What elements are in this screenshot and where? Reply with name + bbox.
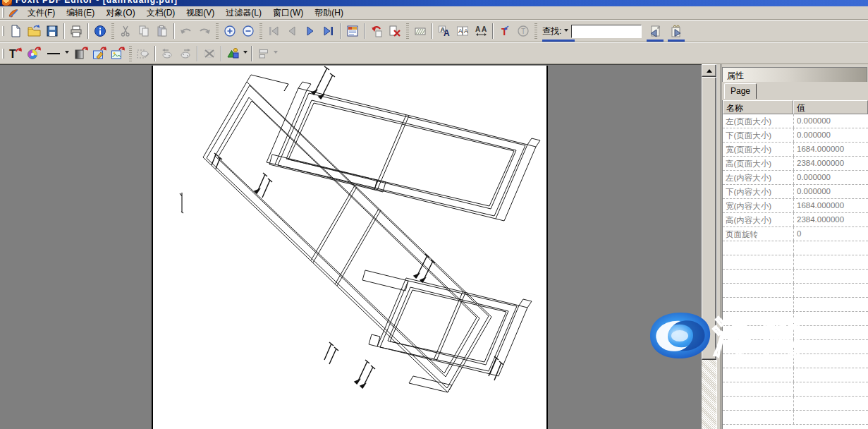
- next-page-button[interactable]: [301, 22, 319, 40]
- toolbar-gripper[interactable]: [534, 23, 537, 39]
- redo-button[interactable]: [195, 22, 214, 40]
- table-row[interactable]: 下(内容大小) 0.000000: [723, 185, 868, 199]
- menu-bar: 文件(F) 编辑(E) 对象(O) 文档(D) 视图(V) 过滤器(L) 窗口(…: [0, 6, 868, 20]
- zoom-out-button[interactable]: [239, 22, 257, 40]
- table-row[interactable]: 高(页面大小) 2384.000000: [723, 157, 868, 171]
- table-row[interactable]: 左(内容大小) 0.000000: [723, 171, 868, 185]
- empty-row: [723, 354, 868, 368]
- add-shading-button[interactable]: [72, 44, 90, 63]
- menu-object[interactable]: 对象(O): [100, 6, 140, 20]
- cut-button[interactable]: [116, 22, 135, 40]
- table-row[interactable]: 宽(页面大小) 1684.000000: [723, 143, 868, 157]
- clone-object-button[interactable]: [134, 44, 152, 63]
- document-canvas[interactable]: [0, 64, 702, 429]
- svg-text:A: A: [458, 28, 463, 35]
- prop-value[interactable]: 0.000000: [793, 171, 868, 184]
- copy-button[interactable]: [135, 22, 153, 40]
- last-page-button[interactable]: [319, 22, 338, 40]
- add-text-button[interactable]: T: [6, 44, 25, 63]
- find-previous-underline: [647, 40, 664, 42]
- delete-object-button[interactable]: [200, 44, 219, 63]
- separator: [154, 46, 156, 61]
- zoom-in-button[interactable]: [221, 22, 239, 40]
- add-shape-dropdown-arrow[interactable]: [243, 51, 247, 56]
- print-button[interactable]: [67, 22, 85, 40]
- first-page-button[interactable]: [264, 22, 283, 40]
- tab-page[interactable]: Page: [724, 83, 757, 99]
- new-document-button[interactable]: [6, 22, 25, 40]
- align-dropdown-arrow[interactable]: [274, 51, 278, 56]
- add-shape-button[interactable]: [224, 44, 243, 63]
- menu-window[interactable]: 窗口(W): [267, 6, 309, 20]
- svg-text:A: A: [464, 28, 468, 35]
- menu-help[interactable]: 帮助(H): [309, 6, 349, 20]
- prop-value[interactable]: 0: [793, 227, 868, 241]
- table-header: 名称 值: [723, 100, 868, 114]
- rotate-object-left-button[interactable]: [158, 44, 176, 63]
- prop-value[interactable]: 0.000000: [793, 114, 868, 128]
- open-file-button[interactable]: [25, 22, 43, 40]
- prop-value[interactable]: 1684.000000: [793, 143, 868, 156]
- find-group: 查找:: [542, 25, 642, 38]
- watermark-logo: [647, 311, 714, 361]
- add-image-button[interactable]: [109, 44, 127, 63]
- hatch-pattern-button[interactable]: [411, 22, 429, 40]
- rotate-object-right-button[interactable]: [176, 44, 195, 63]
- column-header-name[interactable]: 名称: [723, 100, 793, 114]
- prop-name: 下(页面大小): [723, 128, 793, 142]
- table-row[interactable]: 左(页面大小) 0.000000: [723, 114, 868, 128]
- prop-value[interactable]: 2384.000000: [793, 157, 868, 170]
- vertical-scrollbar[interactable]: [702, 64, 716, 429]
- toolbar-gripper[interactable]: [2, 49, 4, 59]
- scrollbar-track[interactable]: [702, 360, 716, 429]
- save-button[interactable]: [43, 22, 61, 40]
- align-objects-button[interactable]: [255, 44, 273, 63]
- pdf-page[interactable]: [152, 66, 548, 429]
- toolbar-gripper[interactable]: [2, 26, 4, 36]
- line-style-dropdown-arrow[interactable]: [65, 51, 69, 56]
- menu-edit[interactable]: 编辑(E): [61, 6, 100, 20]
- menu-gripper[interactable]: [2, 8, 4, 18]
- toolbar-gripper[interactable]: [216, 23, 219, 39]
- prop-value[interactable]: 2384.000000: [793, 213, 868, 226]
- char-spacing-button[interactable]: AA: [472, 22, 490, 40]
- edit-image-button[interactable]: [90, 44, 109, 63]
- line-style-button[interactable]: [43, 44, 64, 63]
- find-next-button[interactable]: [667, 22, 685, 40]
- insert-text-button[interactable]: T: [496, 22, 514, 40]
- separator: [432, 23, 433, 39]
- toolbar-gripper[interactable]: [129, 46, 132, 61]
- table-row[interactable]: 宽(内容大小) 1684.000000: [723, 199, 868, 213]
- rotate-text-button[interactable]: T: [514, 22, 532, 40]
- empty-row: [723, 284, 868, 298]
- font-select-button[interactable]: AA: [435, 22, 453, 40]
- previous-page-button[interactable]: [283, 22, 301, 40]
- menu-view[interactable]: 视图(V): [181, 6, 220, 20]
- find-input[interactable]: [571, 25, 642, 38]
- column-header-value[interactable]: 值: [793, 100, 868, 114]
- menu-document[interactable]: 文档(D): [141, 6, 181, 20]
- toolbar-gripper[interactable]: [406, 23, 409, 39]
- delete-page-button[interactable]: [386, 22, 404, 40]
- undo-button[interactable]: [177, 22, 195, 40]
- table-row[interactable]: 页面旋转 0: [723, 227, 868, 241]
- table-row[interactable]: 下(页面大小) 0.000000: [723, 128, 868, 143]
- toolbar-gripper[interactable]: [259, 23, 262, 39]
- prop-value[interactable]: 0.000000: [793, 128, 868, 142]
- prop-value[interactable]: 0.000000: [793, 185, 868, 198]
- menu-filter[interactable]: 过滤器(L): [220, 6, 267, 20]
- document-info-button[interactable]: [91, 22, 109, 40]
- menu-file[interactable]: 文件(F): [22, 6, 61, 20]
- add-color-button[interactable]: [25, 44, 43, 63]
- find-previous-button[interactable]: [646, 22, 664, 40]
- rotate-page-button[interactable]: [367, 22, 386, 40]
- font-size-button[interactable]: AA: [453, 22, 472, 40]
- find-dropdown-arrow[interactable]: [564, 29, 568, 34]
- properties-panel: 属性 Page 名称 值 左(页面大小) 0.000000 下(页面大小) 0.…: [721, 64, 868, 429]
- paste-button[interactable]: [153, 22, 171, 40]
- toolbar-gripper[interactable]: [111, 23, 114, 39]
- scroll-up-button[interactable]: [702, 64, 716, 77]
- prop-value[interactable]: 1684.000000: [793, 199, 868, 212]
- page-layout-button[interactable]: [343, 22, 362, 40]
- table-row[interactable]: 高(内容大小) 2384.000000: [723, 213, 868, 227]
